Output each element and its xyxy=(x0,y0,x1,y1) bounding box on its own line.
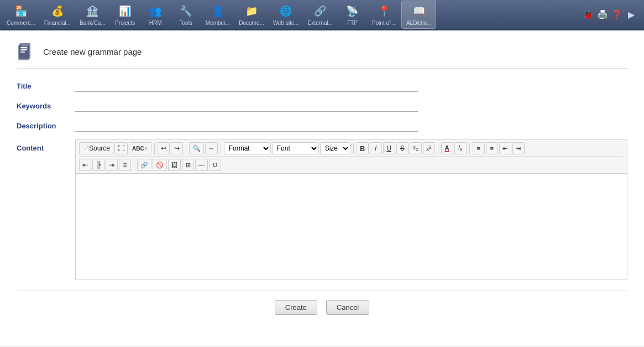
nav-item-projects[interactable]: 📊 Projects xyxy=(110,1,140,28)
spellcheck-icon: ABC xyxy=(132,146,144,152)
undo-button[interactable]: ↩ xyxy=(158,142,170,154)
nav-items-list: 🏪 Commerc... 💰 Financial... 🏦 Bank/Ca...… xyxy=(2,1,582,29)
nav-label-website: Web site... xyxy=(273,20,299,26)
content-row: Content 📄 Source ⛶ ABC xyxy=(17,139,627,279)
spellcheck-button[interactable]: ABC ✓ xyxy=(129,142,151,154)
nav-label-members: Member... xyxy=(206,20,230,26)
nav-label-commerce: Commerc... xyxy=(7,20,35,26)
replace-button[interactable]: ↔ xyxy=(205,142,218,154)
keywords-input[interactable] xyxy=(75,100,418,112)
orderedlist-icon: ≡ xyxy=(477,145,480,152)
format-select[interactable]: Format Paragraph Heading 1 Heading 2 Hea… xyxy=(224,142,271,154)
find-button[interactable]: 🔍 xyxy=(189,142,204,154)
unlink-icon: 🚫 xyxy=(156,162,164,169)
fontcolor-button[interactable]: A xyxy=(441,142,453,154)
align-justify-button[interactable]: ≡ xyxy=(119,159,131,171)
svg-rect-6 xyxy=(20,49,27,50)
nav-item-docume[interactable]: 📁 Docume... xyxy=(234,1,269,28)
pointof-icon: 📍 xyxy=(376,3,392,19)
link-button[interactable]: 🔗 xyxy=(137,159,151,171)
indent-button[interactable]: ⇥ xyxy=(512,142,525,154)
members-icon: 👤 xyxy=(210,3,226,19)
help-icon[interactable]: ❓ xyxy=(611,9,623,21)
underline-button[interactable]: U xyxy=(383,142,395,154)
nav-item-aldictio[interactable]: 📖 ALDictio... xyxy=(401,1,437,29)
grammar-icon xyxy=(17,42,36,61)
financial-icon: 💰 xyxy=(50,3,65,19)
page-title: Create new grammar page xyxy=(43,47,142,56)
fullscreen-button[interactable]: ⛶ xyxy=(114,142,128,154)
separator3 xyxy=(221,143,221,154)
image-icon: 🖼 xyxy=(171,162,177,168)
nav-label-projects: Projects xyxy=(115,20,135,26)
bug-icon[interactable]: 🐞 xyxy=(582,9,594,21)
main-content: Create new grammar page Title Keywords D… xyxy=(0,30,644,346)
separator1 xyxy=(154,143,155,154)
keywords-row: Keywords xyxy=(17,100,627,112)
nav-item-financial[interactable]: 💰 Financial... xyxy=(40,1,75,28)
bold-icon: B xyxy=(360,144,365,153)
fontcolor-icon: A xyxy=(444,144,449,152)
strikethrough-button[interactable]: S xyxy=(396,142,409,154)
indent-icon: ⇥ xyxy=(516,145,521,152)
title-input[interactable] xyxy=(75,80,418,92)
superscript-button[interactable]: x2 xyxy=(423,142,435,154)
unlink-button[interactable]: 🚫 xyxy=(153,159,167,171)
unorderedlist-icon: ≡ xyxy=(490,145,493,152)
nav-item-website[interactable]: 🌐 Web site... xyxy=(269,1,303,28)
image-button[interactable]: 🖼 xyxy=(168,159,181,171)
fullscreen-icon: ⛶ xyxy=(118,144,124,152)
removeformat-button[interactable]: Ix xyxy=(454,142,467,154)
page-header: Create new grammar page xyxy=(17,42,627,69)
nav-item-pointof[interactable]: 📍 Point of ... xyxy=(368,1,401,28)
editor-body[interactable] xyxy=(76,174,627,279)
orderedlist-button[interactable]: ≡ xyxy=(473,142,485,154)
nav-item-bankca[interactable]: 🏦 Bank/Ca... xyxy=(75,1,110,28)
subscript-button[interactable]: x2 xyxy=(410,142,422,154)
hr-button[interactable]: — xyxy=(195,159,208,171)
nav-item-ftp[interactable]: 📡 FTP xyxy=(337,1,368,28)
unorderedlist-button[interactable]: ≡ xyxy=(486,142,498,154)
svg-rect-5 xyxy=(20,47,27,48)
toolbar-row1: 📄 Source ⛶ ABC ✓ ↩ xyxy=(79,142,624,157)
bold-button[interactable]: B xyxy=(357,142,369,154)
description-row: Description xyxy=(17,120,627,132)
omega-button[interactable]: Ω xyxy=(209,159,221,171)
nav-label-aldictio: ALDictio... xyxy=(406,20,432,26)
outdent-button[interactable]: ⇤ xyxy=(499,142,511,154)
italic-button[interactable]: I xyxy=(370,142,382,154)
nav-item-members[interactable]: 👤 Member... xyxy=(201,1,234,28)
bottom-separator xyxy=(17,291,627,291)
create-button[interactable]: Create xyxy=(275,300,317,315)
nav-item-hrm[interactable]: 👥 HRM xyxy=(140,1,171,28)
nav-label-ftp: FTP xyxy=(347,20,358,26)
redo-button[interactable]: ↪ xyxy=(171,142,183,154)
align-left-button[interactable]: ⇤ xyxy=(79,159,91,171)
description-input[interactable] xyxy=(75,120,418,132)
nav-label-tools: Tools xyxy=(180,20,192,26)
align-justify-icon: ≡ xyxy=(123,161,127,169)
table-button[interactable]: ⊞ xyxy=(182,159,194,171)
page-header-icon xyxy=(17,42,36,61)
print-icon[interactable]: 🖨️ xyxy=(596,9,609,21)
align-center-button[interactable]: ╠ xyxy=(92,159,104,171)
align-left-icon: ⇤ xyxy=(82,161,88,169)
separator6 xyxy=(469,143,470,154)
align-right-button[interactable]: ⇥ xyxy=(106,159,118,171)
separator7 xyxy=(134,159,134,170)
nav-item-tools[interactable]: 🔧 Tools xyxy=(171,1,201,28)
font-select[interactable]: Font Arial Times New Roman Courier New xyxy=(272,142,319,154)
omega-icon: Ω xyxy=(213,162,217,168)
source-button[interactable]: 📄 Source xyxy=(79,142,113,154)
commerce-icon: 🏪 xyxy=(13,3,29,19)
separator2 xyxy=(186,143,186,154)
cancel-button[interactable]: Cancel xyxy=(326,300,369,315)
play-icon[interactable]: ▶ xyxy=(625,9,637,21)
description-label: Description xyxy=(17,122,66,130)
external-icon: 🔗 xyxy=(312,3,328,19)
nav-item-commerce[interactable]: 🏪 Commerc... xyxy=(2,1,40,28)
redo-icon: ↪ xyxy=(174,144,180,152)
size-select[interactable]: Size 8 10 12 14 16 xyxy=(320,142,350,154)
aldictio-icon: 📖 xyxy=(411,3,427,19)
nav-item-external[interactable]: 🔗 External... xyxy=(303,1,337,28)
